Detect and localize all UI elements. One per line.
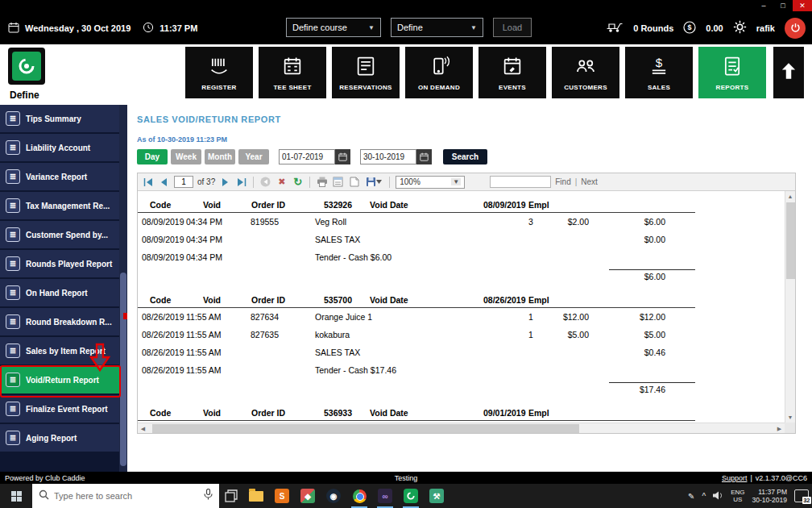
- horizontal-scroll-thumb[interactable]: [152, 424, 579, 433]
- microphone-icon[interactable]: [204, 489, 213, 503]
- stop-rendering-button[interactable]: ✖: [276, 176, 288, 188]
- cell-price: $12.00: [545, 312, 589, 322]
- sales-by-item-icon: [6, 344, 20, 358]
- file-explorer-icon[interactable]: [243, 484, 269, 508]
- tab-customers[interactable]: CUSTOMERS: [552, 47, 619, 98]
- print-button[interactable]: [316, 176, 328, 188]
- sidebar-item-tax-management[interactable]: Tax Management Re...: [0, 192, 119, 219]
- notification-center-icon[interactable]: 32: [794, 489, 809, 502]
- orange-app-icon[interactable]: S: [269, 484, 295, 508]
- last-page-button[interactable]: [235, 176, 247, 188]
- taskbar-clock[interactable]: 11:37 PM30-10-2019: [752, 488, 787, 504]
- pen-icon[interactable]: ✎: [688, 492, 694, 501]
- sidebar-item-liability-account[interactable]: Liability Account: [0, 134, 119, 161]
- end-date-input[interactable]: [360, 149, 416, 164]
- course-select[interactable]: Define course ▼: [286, 18, 381, 37]
- refresh-button[interactable]: ↻: [292, 176, 304, 188]
- sidebar-item-variance-report[interactable]: Variance Report: [0, 163, 119, 190]
- tab-reservations[interactable]: RESERVATIONS: [332, 47, 400, 98]
- cell-time: 04:34 PM: [186, 217, 251, 227]
- language-indicator[interactable]: ENGUS: [731, 489, 744, 503]
- back-to-parent-button[interactable]: [259, 176, 271, 188]
- minimize-button[interactable]: –: [754, 0, 773, 11]
- tab-events[interactable]: EVENTS: [478, 47, 546, 98]
- taskbar-search[interactable]: [32, 484, 219, 508]
- first-page-button[interactable]: [142, 176, 154, 188]
- month-filter-button[interactable]: Month: [205, 149, 235, 164]
- windows-start-button[interactable]: [0, 484, 32, 508]
- tab-register[interactable]: REGISTER: [185, 47, 253, 98]
- page-title: SALES VOID/RETURN REPORT: [137, 115, 281, 124]
- green-tool-app-icon[interactable]: ⚒: [424, 484, 450, 508]
- club-caddie-taskbar-icon[interactable]: [398, 484, 424, 508]
- sidebar-item-finalize-event[interactable]: Finalize Event Report: [0, 395, 119, 423]
- on-hand-report-icon: [6, 285, 20, 300]
- sidebar-scrollbar[interactable]: [119, 105, 127, 472]
- sidebar-item-rounds-played[interactable]: Rounds Played Report: [0, 250, 119, 277]
- volume-icon[interactable]: [713, 489, 723, 503]
- scrollbar-corner: [785, 423, 795, 433]
- task-view-icon[interactable]: [219, 484, 243, 508]
- club-caddie-logo[interactable]: [8, 48, 45, 85]
- scroll-right-arrow-icon[interactable]: ▶: [774, 423, 785, 434]
- chrome-icon[interactable]: [346, 484, 372, 508]
- colorful-app-icon[interactable]: ◆: [295, 484, 321, 508]
- tab-on-demand[interactable]: ON DEMAND: [405, 47, 473, 98]
- load-button[interactable]: Load: [493, 18, 532, 37]
- page-setup-button[interactable]: [348, 176, 360, 188]
- find-text-input[interactable]: [490, 176, 551, 188]
- current-page-input[interactable]: [174, 176, 193, 188]
- power-button[interactable]: [785, 18, 806, 39]
- sidebar-scrollbar-thumb[interactable]: [120, 273, 126, 466]
- report-vertical-scrollbar[interactable]: ▲ ▼: [785, 191, 795, 423]
- tab-reports[interactable]: REPORTS: [698, 47, 766, 98]
- scroll-left-arrow-icon[interactable]: ◀: [138, 423, 148, 434]
- support-link[interactable]: Support: [722, 474, 748, 482]
- previous-page-button[interactable]: [158, 176, 170, 188]
- start-date-input[interactable]: [279, 149, 335, 164]
- scroll-up-arrow-icon[interactable]: ▲: [785, 191, 795, 202]
- sidebar-item-aging-report[interactable]: Aging Report: [0, 424, 119, 452]
- scroll-up-tile[interactable]: [773, 47, 804, 98]
- visual-studio-icon[interactable]: ∞: [372, 484, 398, 508]
- dark-circle-app-icon[interactable]: ◉: [321, 484, 346, 508]
- window-titlebar: – □ ✕: [0, 0, 812, 11]
- search-button[interactable]: Search: [443, 149, 487, 164]
- close-button[interactable]: ✕: [793, 0, 812, 11]
- year-filter-button[interactable]: Year: [238, 149, 269, 164]
- rounds-count-label: 0 Rounds: [633, 23, 673, 33]
- username-label[interactable]: rafik: [756, 23, 775, 33]
- scroll-down-arrow-icon[interactable]: ▼: [785, 412, 795, 423]
- show-hidden-icons-caret[interactable]: ^: [702, 492, 706, 501]
- sidebar-item-customer-spend[interactable]: Customer Spend by...: [0, 221, 119, 248]
- print-layout-button[interactable]: [332, 176, 344, 188]
- sidebar-item-round-breakdown[interactable]: Round Breakdown R...: [0, 308, 119, 335]
- vertical-scroll-thumb[interactable]: [786, 202, 795, 279]
- maximize-button[interactable]: □: [773, 0, 793, 11]
- cell-date: 08/09/2019: [142, 235, 186, 244]
- sidebar-item-void-return-report[interactable]: Void/Return Report: [0, 366, 119, 393]
- sidebar-item-on-hand-report[interactable]: On Hand Report: [0, 279, 119, 306]
- sidebar-item-sales-by-item[interactable]: Sales by Item Report: [0, 337, 119, 364]
- zoom-select[interactable]: 100%▼: [396, 176, 465, 189]
- cell-description: Tender - Cash $17.46: [315, 365, 528, 375]
- find-next-button[interactable]: Next: [581, 177, 598, 186]
- tab-tee-sheet[interactable]: TEE SHEET: [259, 47, 326, 98]
- day-filter-button[interactable]: Day: [137, 149, 168, 164]
- start-date-calendar-button[interactable]: [335, 149, 350, 164]
- end-date-calendar-button[interactable]: [416, 149, 432, 164]
- settings-gear-icon[interactable]: [733, 20, 747, 35]
- taskbar-search-input[interactable]: [54, 491, 199, 501]
- tax-management-icon: [6, 198, 20, 213]
- export-button[interactable]: [364, 176, 383, 188]
- week-filter-button[interactable]: Week: [171, 149, 201, 164]
- find-button[interactable]: Find: [555, 177, 570, 186]
- sidebar-item-tips-summary[interactable]: Tips Summary: [0, 105, 119, 132]
- header-void: Void: [203, 408, 251, 418]
- aging-report-icon: [6, 431, 20, 445]
- tab-sales[interactable]: $ SALES: [625, 47, 693, 98]
- next-page-button[interactable]: [219, 176, 231, 188]
- report-horizontal-scrollbar[interactable]: ◀ ▶: [138, 423, 785, 433]
- report-row: 08/26/201911:55 AM827635kokabura1$5.00$5…: [138, 326, 785, 344]
- define-select[interactable]: Define ▼: [391, 18, 483, 37]
